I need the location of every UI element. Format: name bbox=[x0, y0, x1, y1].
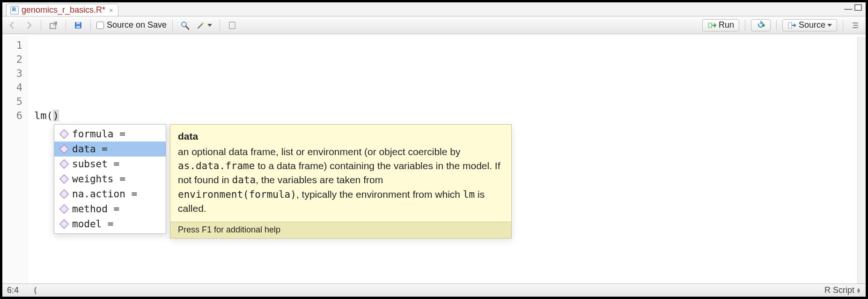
editor-toolbar: Source on Save Run Source bbox=[2, 16, 866, 34]
autocomplete-item[interactable]: na.action = bbox=[54, 187, 166, 202]
line-number: 1 bbox=[2, 38, 22, 52]
code-line bbox=[34, 52, 866, 67]
source-on-save-checkbox[interactable] bbox=[96, 22, 104, 29]
maximize-pane-icon[interactable] bbox=[854, 4, 862, 11]
popout-icon bbox=[49, 21, 58, 30]
line-number: 2 bbox=[2, 52, 22, 67]
chevron-down-icon bbox=[827, 24, 832, 27]
toolbar-separator bbox=[745, 20, 745, 31]
code-tools-button[interactable] bbox=[194, 19, 214, 31]
toolbar-separator bbox=[172, 20, 173, 31]
vertical-scrollbar[interactable] bbox=[857, 37, 866, 284]
show-in-new-window-button[interactable] bbox=[47, 19, 60, 31]
tooltip-text: an optional data frame, list or environm… bbox=[178, 145, 504, 215]
autocomplete-popup: formula = data = subset = weights = na.a… bbox=[54, 124, 166, 234]
rerun-button[interactable] bbox=[751, 19, 771, 31]
magic-wand-icon bbox=[196, 21, 206, 30]
cursor-position: 6:4 bbox=[7, 285, 19, 295]
autocomplete-item[interactable]: subset = bbox=[54, 157, 166, 172]
outline-button[interactable] bbox=[849, 19, 862, 31]
pane-window-controls bbox=[844, 4, 862, 11]
autocomplete-item[interactable]: weights = bbox=[54, 172, 166, 187]
file-name: genomics_r_basics.R* bbox=[22, 5, 105, 15]
argument-icon bbox=[59, 204, 69, 214]
toolbar-separator bbox=[66, 20, 66, 31]
source-on-save-label: Source on Save bbox=[107, 20, 167, 30]
argument-icon bbox=[59, 129, 69, 139]
tooltip-footer: Press F1 for additional help bbox=[170, 222, 511, 238]
autocomplete-label: data = bbox=[72, 143, 114, 155]
argument-icon bbox=[59, 144, 69, 154]
argument-icon bbox=[59, 174, 69, 184]
rerun-icon bbox=[756, 21, 765, 30]
code-context[interactable]: ( bbox=[33, 285, 38, 295]
find-replace-button[interactable] bbox=[178, 19, 191, 31]
line-number: 6 bbox=[2, 109, 22, 123]
toolbar-separator bbox=[41, 20, 41, 31]
source-label: Source bbox=[799, 20, 825, 30]
autocomplete-label: formula = bbox=[72, 128, 131, 140]
svg-rect-2 bbox=[76, 22, 80, 24]
file-tab[interactable]: genomics_r_basics.R* × bbox=[6, 4, 118, 16]
autocomplete-label: subset = bbox=[72, 158, 125, 170]
code-line bbox=[34, 95, 866, 109]
argument-icon bbox=[59, 159, 69, 169]
run-button[interactable]: Run bbox=[702, 19, 739, 31]
code-line: lm() bbox=[34, 109, 866, 123]
run-icon bbox=[707, 21, 717, 30]
autocomplete-label: model = bbox=[72, 218, 119, 230]
line-number: 4 bbox=[2, 81, 22, 95]
minimize-pane-icon[interactable] bbox=[844, 5, 853, 10]
autocomplete-label: weights = bbox=[72, 173, 131, 185]
nav-forward-button[interactable] bbox=[22, 19, 35, 31]
arrow-left-icon bbox=[8, 21, 17, 30]
toolbar-separator bbox=[776, 20, 777, 31]
toolbar-separator bbox=[90, 20, 91, 31]
matched-paren: ) bbox=[53, 110, 59, 121]
floppy-disk-icon bbox=[74, 21, 83, 30]
help-tooltip: data an optional data frame, list or env… bbox=[170, 124, 512, 239]
source-icon bbox=[787, 21, 797, 30]
tooltip-title: data bbox=[178, 129, 504, 143]
r-file-icon bbox=[10, 6, 19, 15]
tab-bar: genomics_r_basics.R* × bbox=[2, 2, 866, 16]
autocomplete-label: method = bbox=[72, 203, 125, 215]
svg-rect-11 bbox=[708, 23, 712, 28]
line-number: 5 bbox=[2, 95, 22, 109]
code-line bbox=[34, 38, 866, 52]
svg-line-5 bbox=[186, 26, 189, 29]
autocomplete-item[interactable]: formula = bbox=[54, 127, 166, 142]
argument-icon bbox=[59, 219, 69, 229]
chevron-down-icon bbox=[207, 24, 212, 27]
save-button[interactable] bbox=[72, 19, 85, 31]
arrow-right-icon bbox=[24, 21, 33, 30]
run-label: Run bbox=[719, 20, 734, 30]
svg-line-6 bbox=[198, 23, 203, 28]
outline-icon bbox=[851, 21, 860, 30]
tooltip-body: data an optional data frame, list or env… bbox=[170, 125, 511, 222]
language-mode-stepper-icon[interactable]: ▲▼ bbox=[856, 288, 861, 293]
toolbar-separator bbox=[843, 20, 843, 31]
code-line bbox=[34, 67, 866, 81]
autocomplete-item[interactable]: data = bbox=[54, 142, 166, 157]
argument-icon bbox=[59, 189, 69, 199]
code-line bbox=[34, 81, 866, 95]
svg-rect-3 bbox=[76, 26, 80, 28]
magnifier-icon bbox=[180, 21, 190, 30]
notebook-icon bbox=[228, 21, 237, 30]
toolbar-separator bbox=[220, 20, 220, 31]
source-button[interactable]: Source bbox=[782, 19, 837, 31]
status-bar: 6:4 ( R Script ▲▼ bbox=[2, 284, 866, 297]
svg-rect-12 bbox=[788, 22, 792, 28]
compile-report-button[interactable] bbox=[226, 19, 239, 31]
nav-back-button[interactable] bbox=[6, 19, 19, 31]
autocomplete-item[interactable]: model = bbox=[54, 217, 166, 232]
line-gutter: 1 2 3 4 5 6 bbox=[2, 37, 28, 284]
close-tab-icon[interactable]: × bbox=[108, 6, 114, 14]
autocomplete-item[interactable]: method = bbox=[54, 202, 166, 217]
autocomplete-label: na.action = bbox=[72, 188, 143, 200]
line-number: 3 bbox=[2, 67, 22, 81]
language-mode[interactable]: R Script bbox=[824, 285, 854, 295]
